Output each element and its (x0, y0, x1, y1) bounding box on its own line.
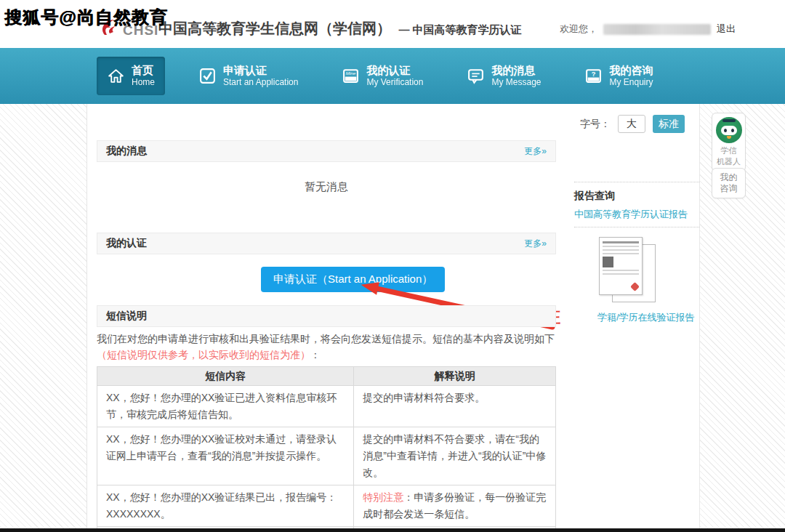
table-cell-explain: 提交的申请材料符合要求。 (354, 386, 556, 427)
watermark: 搜狐号@尚自然教育 (4, 6, 167, 29)
sms-table: 短信内容 解释说明 XX，您好！您办理的XX验证已进入资料信息审核环节，审核完成… (97, 366, 556, 532)
robot-label-line2: 机器人 (714, 156, 743, 167)
sms-intro-colon: ： (310, 349, 321, 360)
nav-tab-home[interactable]: 首页 Home (97, 57, 165, 96)
sms-section-title: 短信说明 (106, 310, 147, 323)
nav-home-label-en: Home (132, 77, 155, 88)
verification-more-link[interactable]: 更多» (524, 238, 547, 250)
verification-section-header: 我的认证 更多» (97, 233, 556, 254)
report-query-title: 报告查询 (574, 190, 615, 203)
page: CHSI 中国高等教育学生信息网（学信网） — 中国高等教育学历认证 欢迎您， … (0, 0, 785, 532)
nav-message-label-en: My Message (491, 77, 541, 88)
degree-report-link[interactable]: 中国高等教育学历认证报告 (574, 208, 688, 221)
enquiry-question-icon: ? (584, 67, 603, 85)
nav-verification-label-en: My Verification (366, 77, 423, 88)
nav-message-label-zh: 我的消息 (491, 64, 541, 78)
svg-text:Mine: Mine (346, 70, 356, 76)
site-title-sub: — 中国高等教育学历认证 (398, 23, 521, 36)
sms-table-header-content: 短信内容 (97, 367, 354, 386)
table-cell-sms: XX，您好！您办理的XX验证校对未通过，请登录认证网上申请平台，查看“我的消息”… (97, 427, 354, 485)
left-background-hatch (0, 104, 87, 532)
chsi-robot-card[interactable]: 学信 机器人 (712, 113, 746, 172)
message-bubble-icon (467, 67, 485, 85)
sms-intro-paragraph: 我们在对您的申请单进行审核和出具验证结果时，将会向您发送短信提示。短信的基本内容… (97, 331, 556, 363)
logout-link[interactable]: 退出 (717, 23, 736, 36)
username-redacted (603, 24, 711, 35)
report-thumbnail[interactable] (597, 237, 670, 304)
messages-more-link[interactable]: 更多» (524, 145, 547, 158)
special-note-highlight: 特别注意 (363, 491, 403, 503)
site-title-main: 中国高等教育学生信息网（学信网） (158, 20, 391, 36)
red-seal (630, 282, 640, 291)
messages-section-header: 我的消息 更多» (97, 140, 556, 162)
main-nav: 首页 Home 申请认证 Start an Application Mine 我… (0, 48, 785, 104)
sidebar-divider (574, 182, 699, 182)
font-standard-button[interactable]: 标准 (653, 115, 685, 133)
welcome-text: 欢迎您， (560, 23, 597, 36)
sms-intro-normal: 我们在对您的申请单进行审核和出具验证结果时，将会向您发送短信提示。短信的基本内容… (97, 333, 555, 344)
table-cell-explain: 特别注意：申请多份验证，每一份验证完成时都会发送一条短信。 (354, 485, 556, 527)
table-cell-explain: 提交的申请材料不符合要求，请在“我的消息”中查看详情，并进入“我的认证”中修改。 (354, 427, 556, 485)
messages-section-title: 我的消息 (106, 145, 147, 158)
qr-code (603, 257, 613, 267)
robot-label-line1: 学信 (714, 145, 743, 156)
nav-enquiry-label-en: My Enquiry (609, 77, 653, 88)
table-row: XX，您好！您办理的XX验证校对未通过，请登录认证网上申请平台，查看“我的消息”… (97, 427, 556, 485)
nav-verification-label-zh: 我的认证 (366, 64, 423, 78)
table-cell-sms: XX，您好！您办理的XX验证结果已出，报告编号：XXXXXXXX。 (97, 485, 354, 527)
nav-tab-my-verification[interactable]: Mine 我的认证 My Verification (331, 57, 433, 96)
table-row: XX，您好！您办理的XX验证结果已出，报告编号：XXXXXXXX。 特别注意：申… (97, 485, 556, 527)
empty-message-text: 暂无消息 (97, 180, 556, 194)
nav-home-label-zh: 首页 (132, 64, 155, 78)
verification-section-title: 我的认证 (106, 237, 147, 250)
home-icon (107, 67, 125, 85)
enquiry-label-line1: 我的 (714, 172, 743, 183)
sidebar-divider (574, 227, 699, 227)
my-enquiry-card[interactable]: 我的 咨询 (712, 168, 746, 198)
apply-check-icon (198, 67, 217, 85)
site-title: 中国高等教育学生信息网（学信网） — 中国高等教育学历认证 (158, 19, 522, 39)
svg-text:?: ? (592, 70, 596, 78)
table-cell-sms: XX，您好！您办理的XX验证已进入资料信息审核环节，审核完成后将短信告知。 (97, 386, 354, 427)
nav-tab-my-message[interactable]: 我的消息 My Message (456, 57, 551, 96)
sms-intro-red-note: （短信说明仅供参考，以实际收到的短信为准） (97, 349, 310, 360)
mine-badge-icon: Mine (342, 67, 360, 85)
report-page-front (599, 237, 643, 295)
bottom-edge-bar (0, 528, 785, 532)
nav-enquiry-label-zh: 我的咨询 (609, 64, 653, 78)
nav-apply-label-zh: 申请认证 (223, 64, 298, 78)
enquiry-label-line2: 咨询 (714, 183, 743, 194)
nav-tab-my-enquiry[interactable]: ? 我的咨询 My Enquiry (574, 57, 663, 96)
sms-table-header-row: 短信内容 解释说明 (97, 367, 556, 386)
nav-tab-start-application[interactable]: 申请认证 Start an Application (188, 57, 308, 96)
welcome-area: 欢迎您， 退出 (560, 23, 736, 36)
nav-apply-label-en: Start an Application (223, 77, 298, 88)
robot-avatar-icon (716, 117, 742, 143)
table-row: XX，您好！您办理的XX验证已进入资料信息审核环节，审核完成后将短信告知。 提交… (97, 386, 556, 427)
sms-table-header-explain: 解释说明 (354, 367, 556, 386)
font-size-toolbar: 字号： 大 标准 (580, 115, 685, 133)
online-report-link[interactable]: 学籍/学历在线验证报告 (597, 311, 695, 324)
start-application-button[interactable]: 申请认证（Start an Application） (261, 267, 445, 292)
sms-section-header: 短信说明 (97, 305, 556, 327)
font-size-label: 字号： (580, 118, 611, 131)
font-large-button[interactable]: 大 (618, 115, 645, 133)
